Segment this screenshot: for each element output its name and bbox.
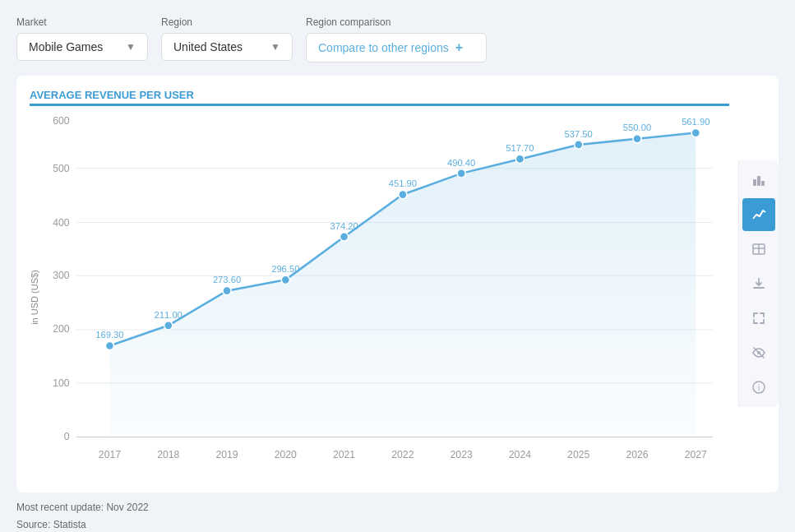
- svg-text:2020: 2020: [275, 449, 297, 460]
- svg-text:2019: 2019: [215, 449, 238, 460]
- svg-text:200: 200: [53, 323, 70, 335]
- hide-button[interactable]: [742, 336, 775, 369]
- comparison-filter-group: Region comparison Compare to other regio…: [306, 16, 487, 62]
- svg-text:0: 0: [64, 431, 70, 442]
- svg-text:296.50: 296.50: [271, 264, 299, 274]
- info-button[interactable]: i: [742, 371, 775, 404]
- comparison-placeholder: Compare to other regions: [318, 41, 449, 54]
- svg-text:211.00: 211.00: [155, 310, 183, 320]
- market-filter-group: Market Mobile Games ▼: [16, 16, 148, 61]
- svg-text:600: 600: [53, 116, 70, 127]
- svg-point-27: [164, 322, 173, 330]
- svg-text:537.50: 537.50: [565, 129, 593, 139]
- region-select[interactable]: United States ▼: [161, 33, 293, 61]
- market-value: Mobile Games: [29, 40, 103, 53]
- svg-text:2023: 2023: [451, 449, 473, 460]
- svg-point-35: [399, 190, 407, 198]
- svg-text:400: 400: [53, 217, 70, 229]
- region-value: United States: [173, 40, 243, 53]
- svg-text:517.70: 517.70: [506, 143, 534, 153]
- svg-point-29: [223, 287, 231, 295]
- svg-text:2018: 2018: [157, 449, 179, 460]
- update-text: Most recent update: Nov 2022: [16, 499, 779, 517]
- svg-text:273.60: 273.60: [213, 275, 241, 285]
- region-comparison-select[interactable]: Compare to other regions +: [306, 33, 487, 62]
- region-label: Region: [161, 16, 293, 28]
- bar-chart-button[interactable]: [742, 164, 775, 197]
- chart-area: in USD (US$) 0 100 200 300 400: [30, 116, 729, 479]
- svg-point-39: [515, 155, 524, 163]
- svg-text:490.40: 490.40: [447, 158, 475, 168]
- expand-button[interactable]: [742, 302, 775, 335]
- line-chart-button[interactable]: [742, 198, 775, 231]
- svg-point-37: [457, 169, 465, 178]
- market-select[interactable]: Mobile Games ▼: [16, 33, 148, 61]
- add-region-icon: +: [455, 40, 463, 55]
- main-container: Market Mobile Games ▼ Region United Stat…: [0, 0, 795, 532]
- y-axis-label: in USD (US$): [30, 116, 39, 479]
- svg-point-25: [105, 341, 113, 349]
- region-filter-group: Region United States ▼: [161, 16, 293, 61]
- svg-text:2026: 2026: [626, 449, 648, 460]
- chart-svg: 0 100 200 300 400 500 600 2017 2018 2019…: [43, 116, 729, 479]
- source-text: Source: Statista: [16, 516, 779, 532]
- svg-text:300: 300: [53, 270, 70, 281]
- filters-row: Market Mobile Games ▼ Region United Stat…: [16, 16, 779, 62]
- chart-container: AVERAGE REVENUE PER USER in USD (US$) 0 …: [16, 76, 779, 493]
- svg-rect-48: [757, 176, 760, 186]
- svg-rect-49: [761, 181, 765, 186]
- svg-text:100: 100: [53, 377, 70, 389]
- svg-text:i: i: [758, 383, 760, 392]
- market-chevron-icon: ▼: [126, 41, 136, 53]
- svg-text:500: 500: [53, 163, 70, 174]
- market-label: Market: [16, 16, 148, 28]
- svg-text:561.90: 561.90: [682, 117, 709, 127]
- svg-point-45: [691, 128, 700, 136]
- right-toolbar: i: [738, 160, 779, 407]
- svg-text:451.90: 451.90: [389, 178, 417, 188]
- svg-point-43: [633, 135, 641, 143]
- footer-info: Most recent update: Nov 2022 Source: Sta…: [16, 499, 779, 532]
- svg-point-31: [281, 275, 289, 284]
- chart-inner: 0 100 200 300 400 500 600 2017 2018 2019…: [43, 116, 729, 479]
- svg-text:2025: 2025: [567, 449, 589, 460]
- comparison-label: Region comparison: [306, 16, 487, 28]
- svg-text:2027: 2027: [685, 449, 707, 460]
- svg-point-33: [340, 233, 348, 241]
- svg-text:2021: 2021: [333, 449, 355, 460]
- svg-text:169.30: 169.30: [95, 330, 123, 340]
- svg-rect-47: [753, 179, 756, 186]
- svg-point-41: [575, 141, 583, 149]
- table-button[interactable]: [742, 233, 775, 266]
- chart-title: AVERAGE REVENUE PER USER: [30, 89, 729, 106]
- svg-text:2017: 2017: [99, 449, 121, 460]
- svg-text:2024: 2024: [509, 449, 531, 460]
- region-chevron-icon: ▼: [270, 41, 280, 53]
- download-button[interactable]: [742, 267, 775, 300]
- svg-text:2022: 2022: [391, 449, 414, 460]
- svg-text:550.00: 550.00: [623, 123, 651, 132]
- svg-text:374.20: 374.20: [330, 221, 358, 231]
